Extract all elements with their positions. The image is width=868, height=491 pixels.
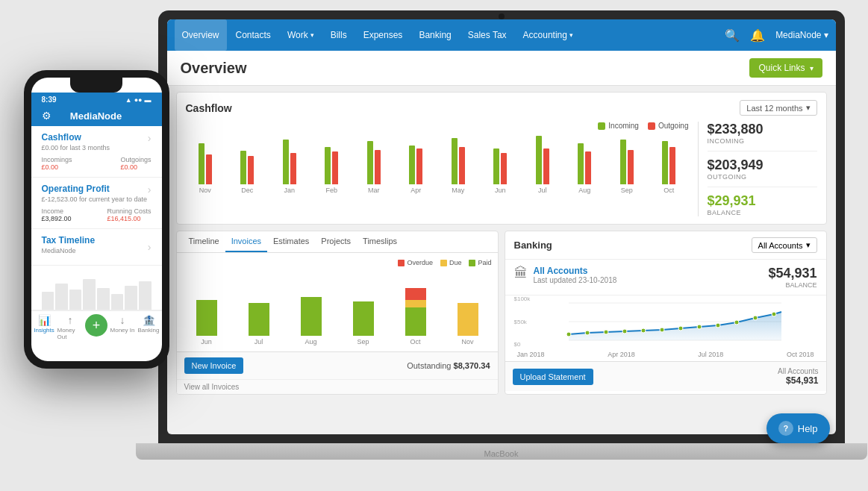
bottom-insights[interactable]: 📊 Insights	[31, 314, 57, 340]
chart-bar-2	[55, 284, 68, 310]
cashflow-bar-chart: NovDecJanFebMarAprMayJunJulAugSepOct	[186, 134, 689, 194]
new-invoice-button[interactable]: New Invoice	[184, 357, 244, 374]
phone-cashflow-section[interactable]: Cashflow £0.00 for last 3 months › Incom…	[31, 126, 162, 178]
search-icon[interactable]: 🔍	[725, 28, 740, 43]
view-all-invoices[interactable]: View all Invoices	[177, 379, 498, 394]
quick-links-arrow: ▾	[810, 64, 814, 72]
tax-arrow: ›	[148, 241, 152, 253]
paid-seg	[405, 307, 426, 336]
bottom-add[interactable]: +	[84, 314, 110, 340]
nav-item-overview[interactable]: Overview	[175, 19, 227, 51]
period-selector[interactable]: Last 12 months ▾	[740, 100, 817, 116]
bottom-sections: Timeline Invoices Estimates Projects Tim…	[176, 231, 827, 395]
quick-links-button[interactable]: Quick Links ▾	[749, 58, 822, 78]
add-fab[interactable]: +	[85, 314, 107, 337]
bar-month-label: Jul	[538, 187, 547, 194]
phone-tax-section[interactable]: Tax Timeline MediaNode ›	[31, 229, 162, 266]
page-title: Overview	[181, 60, 247, 77]
accounts-select[interactable]: All Accounts ▾	[752, 237, 817, 253]
bar-month-label: May	[452, 187, 464, 194]
main-area: Cashflow Last 12 months ▾	[167, 86, 836, 401]
footer-accounts-label: All Accounts	[778, 367, 818, 375]
outgoing-bar	[669, 147, 675, 184]
bottom-money-out[interactable]: ↑ Money Out	[57, 314, 84, 340]
help-button[interactable]: ? Help	[766, 413, 830, 443]
tab-projects[interactable]: Projects	[315, 231, 357, 252]
cashflow-values: Incomings £0.00 Outgoings £0.00	[42, 156, 152, 171]
x-label-oct: Oct 2018	[787, 351, 814, 358]
nav-item-banking[interactable]: Banking	[411, 19, 458, 51]
brand-chevron: ▾	[824, 30, 828, 40]
chart-bar-3	[69, 290, 82, 310]
incoming-bar	[199, 143, 204, 184]
overdue-seg	[405, 288, 426, 300]
laptop-body: Overview Contacts Work ▾ Bills	[158, 10, 845, 443]
incoming-bar	[325, 147, 331, 184]
scene: Overview Contacts Work ▾ Bills	[24, 10, 845, 481]
phone-profit-section[interactable]: Operating Profit £-12,523.00 for current…	[31, 178, 162, 229]
settings-icon[interactable]: ⚙	[42, 110, 51, 122]
tab-timeline[interactable]: Timeline	[183, 231, 225, 252]
tax-info: Tax Timeline MediaNode	[42, 235, 96, 259]
legend-incoming: Incoming	[598, 122, 639, 130]
outgoing-bar	[290, 153, 296, 184]
incoming-dot	[598, 122, 605, 130]
tab-estimates[interactable]: Estimates	[267, 231, 315, 252]
money-in-icon: ↓	[120, 314, 125, 326]
svg-point-14	[772, 312, 776, 316]
svg-point-3	[566, 332, 571, 337]
chart-bar-6	[111, 294, 124, 310]
tab-timeslips[interactable]: Timeslips	[357, 231, 403, 252]
outgoing-bar	[416, 148, 422, 184]
incoming-bar	[620, 140, 626, 184]
bank-icon: 🏛	[514, 266, 528, 281]
incoming-bar	[409, 146, 415, 184]
nav-item-salestax[interactable]: Sales Tax	[460, 19, 514, 51]
profit-values: Income £3,892.00 Running Costs £16,415.0…	[42, 207, 152, 222]
phone-status-bar: 8:39 ▲ ●● ▬	[31, 93, 162, 105]
brand-menu[interactable]: MediaNode ▾	[775, 30, 828, 40]
svg-point-6	[622, 329, 627, 334]
signal-icon: ●●	[134, 96, 143, 104]
outstanding-text: Outstanding $8,370.34	[407, 361, 490, 370]
y-label-0: $0	[514, 341, 531, 348]
legend-outgoing: Outgoing	[648, 122, 689, 130]
nav-item-work[interactable]: Work ▾	[280, 19, 322, 51]
bottom-money-in[interactable]: ↓ Money In	[110, 314, 136, 340]
nav-item-bills[interactable]: Bills	[323, 19, 355, 51]
banking-label: Banking	[138, 327, 160, 334]
bottom-banking[interactable]: 🏦 Banking	[136, 314, 162, 340]
banking-header: Banking All Accounts ▾	[505, 231, 826, 260]
balance-label: BALANCE	[708, 209, 817, 216]
legend-paid: Paid	[469, 259, 491, 266]
income-col: Income £3,892.00	[42, 207, 72, 222]
bell-icon[interactable]: 🔔	[750, 28, 765, 43]
account-updated: Last updated 23-10-2018	[534, 276, 617, 284]
outgoing-bar	[459, 147, 465, 184]
phone-cashflow-subtitle: £0.00 for last 3 months	[42, 144, 110, 151]
upload-statement-button[interactable]: Upload Statement	[513, 369, 593, 385]
banking-title: Banking	[514, 240, 552, 251]
nav-item-expenses[interactable]: Expenses	[356, 19, 410, 51]
insights-label: Insights	[34, 327, 54, 334]
bar-month-label: Dec	[241, 187, 253, 194]
y-label-50k: $50k	[514, 319, 531, 325]
svg-point-13	[753, 316, 758, 320]
invoice-bar-group: Nov	[444, 269, 492, 345]
account-info: 🏛 All Accounts Last updated 23-10-2018	[514, 266, 617, 284]
money-in-label: Money In	[110, 327, 135, 334]
phone-status-icons: ▲ ●● ▬	[125, 96, 152, 104]
incoming-bar	[578, 143, 584, 184]
svg-point-5	[604, 330, 608, 334]
wifi-icon: ▲	[125, 96, 132, 104]
nav-item-contacts[interactable]: Contacts	[228, 19, 278, 51]
banking-footer: Upload Statement All Accounts $54,931	[505, 361, 826, 391]
inv-month-label: Nov	[461, 338, 473, 345]
tab-invoices[interactable]: Invoices	[225, 231, 267, 252]
laptop-base	[136, 443, 867, 460]
timeline-section: Timeline Invoices Estimates Projects Tim…	[176, 231, 499, 395]
phone-profit-title: Operating Profit	[42, 184, 148, 194]
nav-item-accounting[interactable]: Accounting ▾	[516, 19, 581, 51]
period-chevron: ▾	[806, 103, 811, 113]
chart-bar-5	[97, 288, 110, 310]
